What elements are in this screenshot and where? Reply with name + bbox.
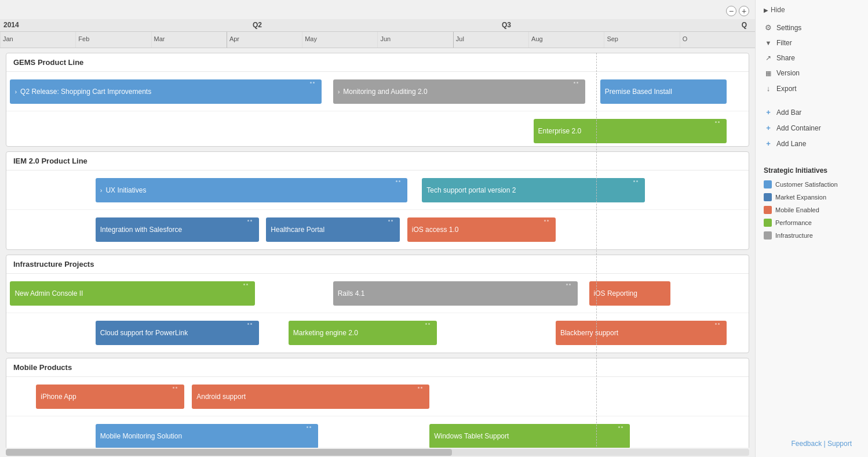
year-label: 2014 (0, 19, 23, 31)
sidebar-spacer (764, 243, 860, 434)
sidebar-divider-1 (764, 97, 860, 103)
section-mobile: Mobile Products iPhone App Android suppo… (6, 358, 749, 448)
hide-label: Hide (771, 6, 785, 14)
zoom-controls: − + (726, 6, 749, 16)
zoom-in-button[interactable]: + (739, 6, 749, 16)
bar-mobile-monitoring[interactable]: Mobile Monitoring Solution (96, 424, 318, 448)
q2-label: Q2 (249, 19, 265, 31)
bar-arrow-icon: › (100, 187, 103, 194)
scrollbar-thumb (6, 449, 452, 456)
bar-dots (247, 323, 252, 325)
bar-label: Marketing engine 2.0 (293, 329, 358, 337)
bar-label: Enterprise 2.0 (538, 127, 582, 135)
sidebar-export-label: Export (776, 85, 797, 93)
bar-arrow-icon: › (338, 88, 340, 95)
zoom-out-button[interactable]: − (726, 6, 736, 16)
sidebar-share-label: Share (776, 54, 795, 62)
bar-ios-reporting[interactable]: iOS Reporting (589, 281, 671, 306)
support-link[interactable]: Support (827, 440, 852, 448)
lane-iem-2: Integration with Salesforce Healthcare P… (6, 210, 749, 249)
bar-cloud-support[interactable]: Cloud support for PowerLink (96, 321, 259, 345)
hide-arrow-icon: ▶ (764, 7, 768, 13)
feedback-link[interactable]: Feedback (791, 440, 822, 448)
settings-icon: ⚙ (764, 23, 773, 32)
bar-dots (307, 426, 311, 428)
lane-infra-2: Cloud support for PowerLink Marketing en… (6, 313, 749, 353)
month-may: May (302, 32, 377, 48)
top-controls: − + (0, 6, 755, 19)
legend-customer-satisfaction: Customer Satisfaction (764, 179, 860, 190)
bar-label: New Admin Console II (14, 289, 83, 298)
month-mar: Mar (151, 32, 227, 48)
bar-dots (418, 387, 422, 389)
sidebar-add-bar[interactable]: + Add Bar (764, 106, 860, 119)
bar-monitoring[interactable]: › Monitoring and Auditing 2.0 (333, 79, 586, 104)
month-aug: Aug (528, 32, 604, 48)
bar-admin-console[interactable]: New Admin Console II (10, 281, 255, 306)
bar-dots (715, 323, 720, 325)
bar-label: Rails 4.1 (338, 289, 365, 298)
bar-ux-initiatives[interactable]: › UX Initiatives (96, 178, 407, 202)
sidebar-filter-label: Filter (776, 39, 792, 47)
month-sep: Sep (604, 32, 679, 48)
bar-blackberry[interactable]: Blackberry support (556, 321, 727, 345)
strategic-initiatives-title: Strategic Initiatives (764, 166, 860, 175)
sidebar-version[interactable]: ▦ Version (764, 67, 860, 79)
section-gems-title: GEMS Product Line (6, 53, 749, 72)
sidebar-add-lane[interactable]: + Add Lane (764, 137, 860, 150)
bar-salesforce[interactable]: Integration with Salesforce (96, 217, 259, 242)
month-oct: O (680, 32, 755, 48)
bar-label: iOS Reporting (594, 289, 637, 298)
bar-ios-access[interactable]: iOS access 1.0 (407, 217, 556, 242)
q3-label: Q3 (498, 19, 515, 31)
lane-gems-1: › Q2 Release: Shopping Cart Improvements… (6, 72, 749, 111)
legend-swatch-performance (764, 219, 772, 227)
bar-enterprise[interactable]: Enterprise 2.0 (534, 119, 727, 143)
sidebar-version-label: Version (776, 69, 800, 77)
sidebar-add-container[interactable]: + Add Container (764, 121, 860, 135)
footer-links: Feedback | Support (764, 436, 860, 451)
bar-rails[interactable]: Rails 4.1 (333, 281, 578, 306)
section-infra-title: Infrastructure Projects (6, 255, 749, 274)
bar-label: Blackberry support (560, 329, 618, 337)
bar-windows-tablet[interactable]: Windows Tablet Support (429, 424, 630, 448)
sidebar-hide-button[interactable]: ▶ Hide (764, 6, 860, 14)
lane-gems-2: Enterprise 2.0 (6, 111, 749, 146)
sidebar-share[interactable]: ↗ Share (764, 52, 860, 64)
bar-label: iPhone App (41, 393, 76, 401)
share-icon: ↗ (764, 54, 773, 62)
month-jun: Jun (377, 32, 453, 48)
legend-infrastructure: Infrastructure (764, 230, 860, 241)
bar-label: Healthcare Portal (271, 226, 324, 234)
bar-q2-release[interactable]: › Q2 Release: Shopping Cart Improvements (10, 79, 322, 104)
sidebar-settings[interactable]: ⚙ Settings (764, 21, 860, 34)
section-infra: Infrastructure Projects New Admin Consol… (6, 255, 749, 353)
legend-label-mobile: Mobile Enabled (775, 206, 819, 213)
filter-icon: ▼ (764, 39, 773, 46)
horizontal-scrollbar[interactable] (6, 449, 749, 456)
bar-marketing-engine[interactable]: Marketing engine 2.0 (289, 321, 437, 345)
gantt-inner: GEMS Product Line › Q2 Release: Shopping… (0, 53, 755, 448)
section-mobile-title: Mobile Products (6, 358, 749, 377)
add-container-icon: + (764, 124, 773, 132)
bar-label: UX Initiatives (105, 186, 146, 194)
right-sidebar: ▶ Hide ⚙ Settings ▼ Filter ↗ Share ▦ Ver… (755, 0, 868, 457)
gantt-body[interactable]: GEMS Product Line › Q2 Release: Shopping… (0, 48, 755, 448)
bar-label: Tech support portal version 2 (426, 186, 516, 194)
q4-label: Q (738, 19, 750, 31)
version-icon: ▦ (764, 70, 773, 77)
bar-label: Mobile Monitoring Solution (100, 432, 182, 440)
sidebar-filter[interactable]: ▼ Filter (764, 37, 860, 49)
bar-android-support[interactable]: Android support (192, 385, 429, 409)
bar-iphone-app[interactable]: iPhone App (36, 385, 184, 409)
legend-mobile-enabled: Mobile Enabled (764, 205, 860, 215)
sidebar-export[interactable]: ↓ Export (764, 82, 860, 95)
legend-swatch-mobile (764, 206, 772, 214)
export-icon: ↓ (764, 84, 773, 93)
bar-premise[interactable]: Premise Based Install (600, 79, 727, 104)
bar-healthcare[interactable]: Healthcare Portal (266, 217, 400, 242)
lane-mobile-2: Mobile Monitoring Solution Windows Table… (6, 416, 749, 448)
month-apr: Apr (227, 32, 302, 48)
bar-dots (173, 387, 177, 389)
bar-tech-support[interactable]: Tech support portal version 2 (422, 178, 644, 202)
